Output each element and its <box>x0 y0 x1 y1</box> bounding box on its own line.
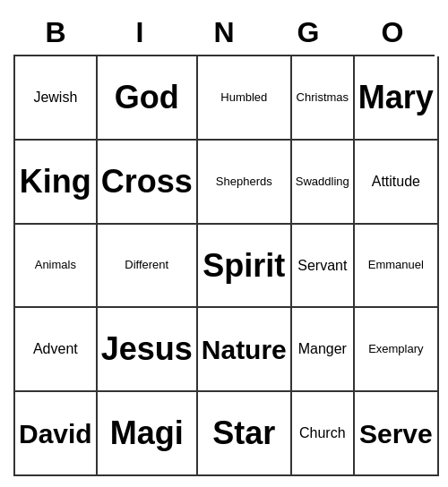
bingo-cell: Jewish <box>15 56 98 141</box>
bingo-cell: Manger <box>292 308 355 392</box>
cell-text: David <box>19 419 92 449</box>
header-letter: I <box>98 11 182 55</box>
cell-text: Attitude <box>372 174 420 190</box>
bingo-cell: Emmanuel <box>355 225 439 309</box>
bingo-cell: King <box>15 141 98 225</box>
cell-text: God <box>115 80 179 115</box>
bingo-cell: Different <box>98 225 198 309</box>
cell-text: Emmanuel <box>368 259 424 271</box>
cell-text: Swaddling <box>296 175 349 188</box>
cell-text: Jesus <box>101 331 193 367</box>
bingo-cell: Church <box>292 392 355 476</box>
bingo-cell: Humbled <box>198 56 292 141</box>
cell-text: Star <box>212 415 275 451</box>
bingo-cell: Swaddling <box>292 141 355 225</box>
bingo-grid: JewishGodHumbledChristmasMaryKingCrossSh… <box>13 55 435 476</box>
cell-text: Jewish <box>33 90 77 106</box>
bingo-cell: Mary <box>355 56 439 141</box>
bingo-cell: Shepherds <box>198 141 292 225</box>
cell-text: Nature <box>202 335 287 364</box>
bingo-cell: Spirit <box>198 225 292 309</box>
header-letter: N <box>182 11 266 55</box>
cell-text: Animals <box>35 259 76 271</box>
bingo-cell: Christmas <box>292 56 355 141</box>
bingo-cell: Animals <box>15 225 98 309</box>
bingo-cell: Advent <box>15 308 98 392</box>
bingo-cell: Nature <box>198 308 292 392</box>
cell-text: Cross <box>101 164 193 200</box>
header-letter: O <box>350 11 435 55</box>
cell-text: Shepherds <box>216 175 272 188</box>
cell-text: Servant <box>297 258 347 274</box>
bingo-card: BINGO JewishGodHumbledChristmasMaryKingC… <box>13 11 435 476</box>
cell-text: Christmas <box>297 91 349 104</box>
cell-text: Manger <box>298 341 347 357</box>
cell-text: Advent <box>33 341 78 357</box>
cell-text: Magi <box>110 415 184 451</box>
bingo-cell: Jesus <box>98 308 198 392</box>
cell-text: King <box>20 164 91 200</box>
bingo-cell: Servant <box>292 225 355 309</box>
cell-text: Serve <box>359 419 433 449</box>
cell-text: Exemplary <box>368 343 423 355</box>
bingo-cell: Exemplary <box>355 308 439 392</box>
cell-text: Different <box>125 259 168 271</box>
cell-text: Church <box>299 425 346 441</box>
bingo-cell: Attitude <box>355 141 439 225</box>
bingo-cell: David <box>15 392 98 476</box>
bingo-cell: Serve <box>355 392 439 476</box>
cell-text: Mary <box>358 80 434 115</box>
bingo-header: BINGO <box>13 11 435 55</box>
cell-text: Spirit <box>202 248 285 284</box>
bingo-cell: Star <box>198 392 292 476</box>
header-letter: G <box>266 11 350 55</box>
bingo-cell: God <box>98 56 198 141</box>
bingo-cell: Magi <box>98 392 198 476</box>
header-letter: B <box>13 11 98 55</box>
cell-text: Humbled <box>220 91 267 104</box>
bingo-cell: Cross <box>98 141 198 225</box>
